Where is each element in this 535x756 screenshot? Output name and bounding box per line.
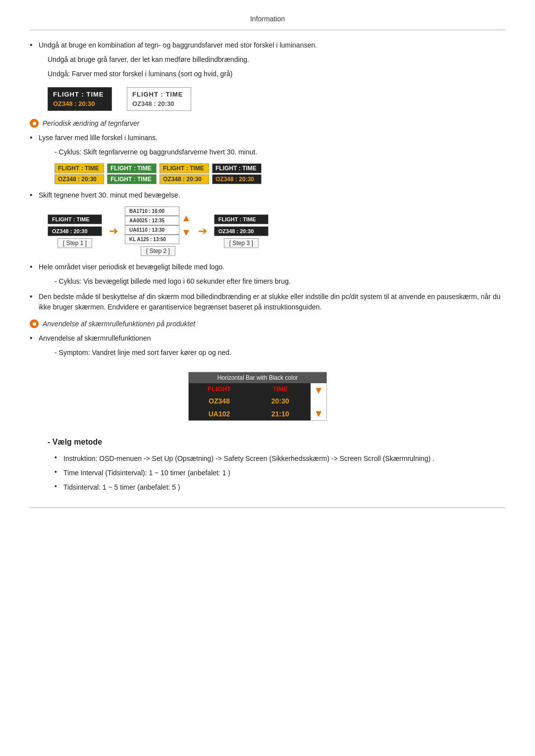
scrollbar-demo-container: Horizontal Bar with Black color FLIGHT T… bbox=[109, 365, 505, 428]
step-1-label: [ Step 1 ] bbox=[57, 238, 92, 248]
indent-text-2: Undgå: Farver med stor forskel i luminan… bbox=[48, 69, 505, 79]
cc-box-3-value: OZ348 : 20:30 bbox=[160, 174, 209, 184]
bullet-dot-6: • bbox=[30, 333, 39, 343]
step-2-label: [ Step 2 ] bbox=[141, 246, 175, 256]
scrollbar-row2-col1: UA102 bbox=[189, 410, 250, 418]
orange-circle-icon-2 bbox=[30, 319, 39, 328]
cc-group-3: FLIGHT : TIME OZ348 : 20:30 bbox=[160, 163, 209, 184]
subtext-2: - Cyklus: Vis bevægeligt billede med log… bbox=[54, 276, 505, 287]
cc-group-1: FLIGHT : TIME OZ348 : 20:30 bbox=[54, 163, 104, 184]
bullet-4-text: Hele området viser periodisk et bevægeli… bbox=[39, 262, 505, 272]
scroll-up-arrow: ▲ bbox=[181, 212, 191, 224]
bullet-3-text: Skift tegnene hvert 30. minut med bevæge… bbox=[39, 190, 505, 201]
periodic-label: Periodisk ændring af tegnfarver bbox=[43, 119, 139, 127]
cc-box-4-value: OZ348 : 20:30 bbox=[212, 174, 262, 184]
cc-box-1-title: FLIGHT : TIME bbox=[54, 163, 104, 173]
bullet-6-text: Anvendelse af skærmrullefunktionen bbox=[39, 333, 505, 344]
cc-box-3-title: FLIGHT : TIME bbox=[160, 163, 209, 173]
color-cycle-row: FLIGHT : TIME OZ348 : 20:30 FLIGHT : TIM… bbox=[54, 163, 505, 184]
flight-box-light-title: FLIGHT : TIME bbox=[132, 90, 186, 99]
flight-box-dark-value: OZ348 : 20:30 bbox=[53, 99, 107, 108]
method-3-text: Tidsinterval: 1 ~ 5 timer (anbefalet: 5 … bbox=[63, 482, 505, 493]
scrollbar-header: Horizontal Bar with Black color bbox=[189, 372, 326, 383]
steps-row: FLIGHT : TIME OZ348 : 20:30 [ Step 1 ] ➔… bbox=[48, 206, 505, 256]
orange-circle-icon bbox=[30, 119, 39, 128]
scroll-down-arrow-demo-2: ▼ bbox=[314, 408, 323, 418]
scrollbar-col1-header: FLIGHT bbox=[189, 385, 250, 393]
page-title: Information bbox=[30, 10, 505, 30]
indent-text-1: Undgå at bruge grå farver, der let kan m… bbox=[48, 54, 505, 65]
bullet-dot: • bbox=[30, 40, 39, 50]
scrollbar-row-2: UA102 21:10 bbox=[189, 407, 311, 420]
step-1-box-value: OZ348 : 20:30 bbox=[48, 226, 102, 236]
bullet-dot-2: • bbox=[30, 133, 39, 142]
method-2-text: Time Interval (Tidsinterval): 1 ~ 10 tim… bbox=[63, 468, 505, 478]
orange-bullet-1: Periodisk ændring af tegnfarver bbox=[30, 119, 505, 128]
bullet-dot-4: • bbox=[30, 262, 39, 271]
sub-heading: - Vælg metode bbox=[48, 438, 505, 447]
step-2-box-4: KL A125 : 13:50 bbox=[125, 235, 179, 244]
step-3-label: [ Step 3 ] bbox=[224, 238, 259, 248]
orange-bullet-2: Anvendelse af skærmrullefunktionen på pr… bbox=[30, 319, 505, 328]
scroll-down-arrow-demo: ▼ bbox=[314, 385, 323, 395]
step-3-group: FLIGHT : TIME OZ348 : 20:30 [ Step 3 ] bbox=[214, 214, 268, 248]
bullet-dot-3: • bbox=[30, 190, 39, 200]
flight-display-row: FLIGHT : TIME OZ348 : 20:30 FLIGHT : TIM… bbox=[48, 87, 505, 111]
scroll-label: Anvendelse af skærmrullefunktionen på pr… bbox=[43, 320, 195, 328]
method-dot-3: • bbox=[54, 482, 63, 490]
bullet-6: • Anvendelse af skærmrullefunktionen bbox=[30, 333, 505, 344]
cc-box-1-value: OZ348 : 20:30 bbox=[54, 174, 104, 184]
bullet-3: • Skift tegnene hvert 30. minut med bevæ… bbox=[30, 190, 505, 201]
step-1-group: FLIGHT : TIME OZ348 : 20:30 [ Step 1 ] bbox=[48, 214, 102, 248]
flight-box-dark: FLIGHT : TIME OZ348 : 20:30 bbox=[48, 87, 112, 111]
scrollbar-header-text: Horizontal Bar with Black color bbox=[217, 374, 298, 381]
scrollbar-wrapper: FLIGHT TIME OZ348 20:30 UA102 21:10 ▼ ▼ bbox=[189, 383, 326, 420]
step-1-box-title: FLIGHT : TIME bbox=[48, 214, 102, 224]
bullet-dot-5: • bbox=[30, 292, 39, 301]
method-dot-2: • bbox=[54, 468, 63, 476]
scrollbar-arrows: ▼ ▼ bbox=[311, 383, 326, 420]
cc-box-2-value: FLIGHT : TIME bbox=[107, 174, 157, 184]
bullet-5: • Den bedste måde til beskyttelse af din… bbox=[30, 292, 505, 312]
step-2-box-1: BA1710 : 16:00 bbox=[125, 206, 179, 216]
cc-group-2: FLIGHT : TIME FLIGHT : TIME bbox=[107, 163, 157, 184]
subtext-3: - Symptom: Vandret linje med sort farver… bbox=[54, 348, 505, 358]
bullet-5-text: Den bedste måde til beskyttelse af din s… bbox=[39, 292, 505, 312]
method-2: • Time Interval (Tidsinterval): 1 ~ 10 t… bbox=[54, 468, 505, 478]
scroll-down-arrow: ▼ bbox=[181, 227, 191, 238]
scrollbar-row1-col2: 20:30 bbox=[250, 397, 311, 405]
scrollbar-col2-header: TIME bbox=[250, 385, 311, 393]
flight-box-dark-title: FLIGHT : TIME bbox=[53, 90, 107, 99]
bullet-1-text: Undgå at bruge en kombination af tegn- o… bbox=[39, 40, 505, 50]
scrollbar-row1-col1: OZ348 bbox=[189, 397, 250, 405]
step-2-box-2: AA0025 : 12:35 bbox=[125, 216, 179, 225]
step-2-group: BA1710 : 16:00 AA0025 : 12:35 UA0110 : 1… bbox=[125, 206, 191, 256]
cc-box-4-title: FLIGHT : TIME bbox=[212, 163, 262, 173]
step-3-box-value: OZ348 : 20:30 bbox=[214, 226, 268, 236]
section-bullet-1: • Undgå at bruge en kombination af tegn-… bbox=[30, 40, 505, 79]
method-3: • Tidsinterval: 1 ~ 5 timer (anbefalet: … bbox=[54, 482, 505, 493]
scrollbar-content: FLIGHT TIME OZ348 20:30 UA102 21:10 bbox=[189, 383, 311, 420]
bullet-2: • Lyse farver med lille forskel i lumina… bbox=[30, 133, 505, 143]
arrow-right-icon-2: ➔ bbox=[198, 225, 207, 238]
scrollbar-row-1: OZ348 20:30 bbox=[189, 395, 311, 407]
method-1-text: Instruktion: OSD-menuen -> Set Up (Opsæt… bbox=[63, 454, 505, 464]
method-dot-1: • bbox=[54, 454, 63, 461]
bullet-4: • Hele området viser periodisk et bevæge… bbox=[30, 262, 505, 272]
step-3-box-title: FLIGHT : TIME bbox=[214, 214, 268, 224]
flight-box-light: FLIGHT : TIME OZ348 : 20:30 bbox=[127, 87, 191, 111]
bottom-rule bbox=[30, 507, 505, 508]
page-container: Information • Undgå at bruge en kombinat… bbox=[0, 0, 535, 528]
step-2-box-3: UA0110 : 13:30 bbox=[125, 225, 179, 235]
flight-box-light-value: OZ348 : 20:30 bbox=[132, 99, 186, 108]
scrollbar-col-headers: FLIGHT TIME bbox=[189, 383, 311, 395]
subtext-1: - Cyklus: Skift tegnfarverne og baggrund… bbox=[54, 147, 505, 157]
scrollbar-row2-col2: 21:10 bbox=[250, 410, 311, 418]
cc-box-2-title: FLIGHT : TIME bbox=[107, 163, 157, 173]
scrollbar-demo: Horizontal Bar with Black color FLIGHT T… bbox=[188, 372, 327, 421]
arrow-right-icon-1: ➔ bbox=[109, 225, 118, 238]
bullet-2-text: Lyse farver med lille forskel i luminans… bbox=[39, 133, 505, 143]
method-1: • Instruktion: OSD-menuen -> Set Up (Ops… bbox=[54, 454, 505, 464]
cc-group-4: FLIGHT : TIME OZ348 : 20:30 bbox=[212, 163, 262, 184]
